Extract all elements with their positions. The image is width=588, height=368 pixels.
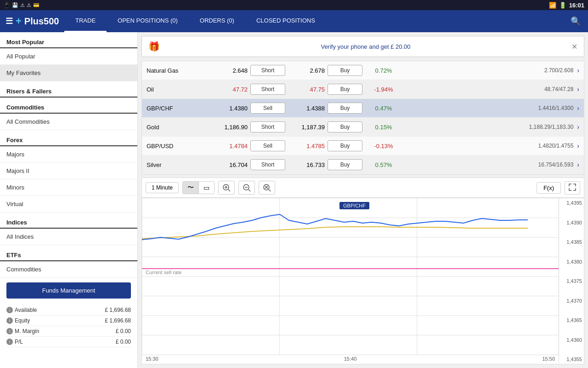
arrow-icon[interactable]: › [577, 67, 579, 74]
sell-button[interactable]: Sell [250, 103, 285, 114]
sidebar-item-all-indices[interactable]: All Indices [0, 229, 137, 245]
available-label: Available [15, 307, 37, 313]
sell-price: 16.704 [211, 161, 248, 168]
funds-management-button[interactable]: Funds Management [6, 282, 131, 299]
margin-value: £ 0.00 [116, 328, 131, 334]
y-label: 1,4375 [561, 278, 582, 284]
sidebar-item-my-favorites[interactable]: My Favorites [0, 65, 137, 81]
buy-price: 2.678 [288, 67, 325, 74]
sell-price: 1,186.90 [211, 124, 248, 131]
table-row: Silver 16.704 Short 16.733 Buy 0.57% 16.… [142, 155, 584, 174]
sell-button[interactable]: Sell [250, 140, 285, 151]
buy-button[interactable]: Buy [328, 103, 362, 114]
promo-banner: 🎁 Verify your phone and get £ 20.00 ✕ [141, 36, 584, 57]
sell-price: 47.72 [211, 86, 248, 93]
account-row-pl: i P/L £ 0.00 [6, 337, 131, 347]
sidebar-section-risers-fallers: Risers & Fallers [0, 83, 137, 98]
sidebar-item-minors[interactable]: Minors [0, 179, 137, 196]
change-value: -0.13% [365, 143, 402, 150]
buy-button[interactable]: Buy [328, 140, 362, 151]
buy-button[interactable]: Buy [328, 84, 362, 95]
svg-line-6 [249, 190, 250, 191]
warning-icon: ⚠ [20, 2, 25, 8]
arrow-icon[interactable]: › [577, 86, 579, 93]
card-icon: 💳 [33, 2, 40, 8]
menu-icon[interactable]: ☰ [6, 16, 13, 26]
margin-label: M. Margin [15, 328, 39, 334]
short-button[interactable]: Short [250, 121, 285, 132]
short-button[interactable]: Short [250, 65, 285, 76]
y-label: 1,4385 [561, 239, 582, 245]
zoom-out-button[interactable] [238, 181, 255, 195]
device-icon: 📱 [4, 2, 10, 8]
buy-button[interactable]: Buy [328, 65, 362, 76]
sidebar-item-etfs-commodities[interactable]: Commodities [0, 261, 137, 278]
buy-price: 1.4388 [288, 105, 325, 112]
buy-price: 1.4785 [288, 143, 325, 150]
candle-chart-button[interactable]: ▭ [199, 182, 214, 194]
price-range: 2.700/2.608 [402, 67, 577, 74]
margin-info-icon[interactable]: i [6, 328, 13, 334]
app-header: ☰ + Plus500 TRADE OPEN POSITIONS (0) ORD… [0, 10, 588, 32]
sidebar: Most Popular All Popular My Favorites Ri… [0, 32, 138, 368]
buy-button[interactable]: Buy [328, 159, 362, 170]
sidebar-item-majors-ii[interactable]: Majors II [0, 163, 137, 179]
chart-container: GBP/CHF Current sell rate [141, 198, 584, 364]
arrow-icon[interactable]: › [577, 104, 579, 112]
sidebar-item-majors[interactable]: Majors [0, 146, 137, 163]
table-row: Natural Gas 2.648 Short 2.678 Buy 0.72% … [142, 61, 584, 80]
tab-open-positions[interactable]: OPEN POSITIONS (0) [107, 10, 189, 32]
sell-price: 1.4380 [211, 105, 248, 112]
reset-zoom-button[interactable] [259, 181, 275, 195]
arrow-icon[interactable]: › [577, 161, 579, 168]
main-layout: Most Popular All Popular My Favorites Ri… [0, 32, 588, 368]
chart-svg [142, 198, 559, 355]
search-button[interactable]: 🔍 [563, 16, 588, 26]
sell-price: 1.4784 [211, 143, 248, 150]
instrument-name: GBP/USD [147, 143, 211, 150]
sidebar-item-all-popular[interactable]: All Popular [0, 48, 137, 65]
zoom-in-button[interactable] [218, 181, 235, 195]
sd-icon: 💾 [12, 2, 18, 8]
promo-close-button[interactable]: ✕ [571, 42, 577, 51]
sidebar-item-virtual[interactable]: Virtual [0, 196, 137, 213]
account-row-available: i Available £ 1,696.68 [6, 305, 131, 316]
equity-value: £ 1,696.68 [105, 317, 131, 324]
pl-info-icon[interactable]: i [6, 339, 13, 345]
tab-closed-positions[interactable]: CLOSED POSITIONS [245, 10, 326, 32]
available-info-icon[interactable]: i [6, 307, 13, 313]
tab-orders[interactable]: ORDERS (0) [189, 10, 245, 32]
content-area: 🎁 Verify your phone and get £ 20.00 ✕ Na… [138, 32, 588, 368]
status-bar-left: 📱 💾 ⚠ ⚠ 💳 [4, 2, 40, 8]
chart-type-group: 〜 ▭ [182, 181, 215, 194]
clock: 16:01 [569, 2, 584, 9]
sell-price: 2.648 [211, 67, 248, 74]
app-logo: ☰ + Plus500 [0, 15, 64, 27]
y-label: 1,4395 [561, 200, 582, 206]
instruments-table: Natural Gas 2.648 Short 2.678 Buy 0.72% … [141, 61, 584, 175]
chart-x-axis: 15:30 15:40 15:50 [142, 355, 559, 364]
pl-value: £ 0.00 [116, 339, 131, 345]
time-selector-button[interactable]: 1 Minute [146, 182, 179, 193]
buy-button[interactable]: Buy [328, 121, 362, 132]
line-chart-button[interactable]: 〜 [183, 182, 199, 194]
instrument-name: GBP/CHF [147, 105, 211, 112]
status-bar: 📱 💾 ⚠ ⚠ 💳 📶 🔋 16:01 [0, 0, 588, 10]
table-row: Oil 47.72 Short 47.75 Buy -1.94% 48.74/4… [142, 80, 584, 99]
fx-button[interactable]: F(x) [537, 182, 561, 194]
expand-chart-button[interactable] [565, 181, 580, 195]
sidebar-section-most-popular: Most Popular [0, 34, 137, 48]
short-button[interactable]: Short [250, 84, 285, 95]
available-value: £ 1,696.68 [105, 307, 131, 313]
arrow-icon[interactable]: › [577, 142, 579, 150]
arrow-icon[interactable]: › [577, 123, 579, 131]
tab-trade[interactable]: TRADE [64, 10, 107, 32]
instrument-name: Silver [147, 161, 211, 168]
account-row-margin: i M. Margin £ 0.00 [6, 326, 131, 337]
short-button[interactable]: Short [250, 159, 285, 170]
instrument-name: Natural Gas [147, 67, 211, 74]
sidebar-item-all-commodities[interactable]: All Commodities [0, 114, 137, 130]
price-range: 1,188.29/1,183.30 [402, 124, 577, 130]
change-value: 0.47% [365, 105, 402, 112]
equity-info-icon[interactable]: i [6, 317, 13, 324]
